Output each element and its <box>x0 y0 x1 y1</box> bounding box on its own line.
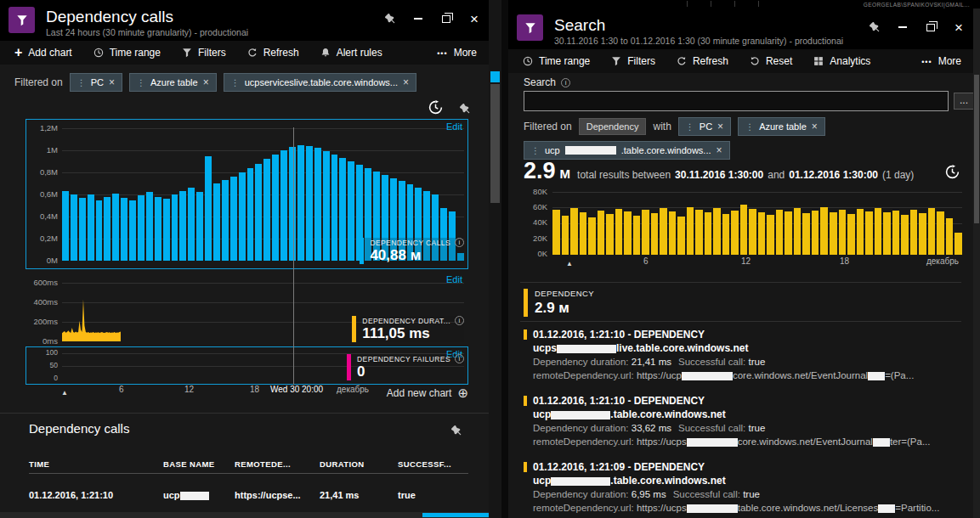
reset-button[interactable]: Reset <box>750 55 792 67</box>
filters-button[interactable]: Filters <box>611 55 655 67</box>
search-input[interactable] <box>524 91 949 111</box>
more-button[interactable]: More <box>437 47 477 59</box>
range-handle-icon[interactable] <box>61 387 68 397</box>
col-duration[interactable]: DURATION <box>320 459 398 469</box>
filter-chip-pc[interactable]: PC <box>70 73 122 92</box>
metric-value: 111,05 ms <box>362 325 464 342</box>
pin-grid-icon[interactable] <box>451 424 462 439</box>
result-item[interactable]: 01.12.2016, 1:21:10 - DEPENDENCY ucpsliv… <box>524 328 961 382</box>
chart-crosshair <box>293 127 294 385</box>
add-chart-button[interactable]: Add chart <box>14 46 72 59</box>
dependency-failures-chart[interactable]: Edit 100 50 0 DEPENDENCY FAILURES 0 <box>25 346 468 385</box>
event-color-bar <box>524 462 527 472</box>
close-icon[interactable] <box>467 11 482 26</box>
scrollbar-thumb[interactable] <box>974 75 979 223</box>
info-icon[interactable] <box>455 238 464 247</box>
horizontal-scrollbar[interactable] <box>0 512 489 518</box>
info-icon[interactable] <box>561 78 570 87</box>
info-icon[interactable] <box>455 316 464 325</box>
dependency-calls-blade: Dependency calls Last 24 hours (30 minut… <box>0 0 489 518</box>
info-icon[interactable] <box>455 354 464 363</box>
chip-label: Azure table <box>150 77 198 87</box>
account-name[interactable]: GEORGELAB\SPANIKOVSKI|GMAIL... <box>864 2 970 8</box>
dependency-calls-chart[interactable]: Edit 1,2M 1M 0,8M 0,6M 0,4M 0,2M 0M DEPE… <box>25 119 468 269</box>
result-title: 01.12.2016, 1:21:10 - DEPENDENCY <box>533 394 705 408</box>
result-item[interactable]: 01.12.2016, 1:21:09 - DEPENDENCY ucp.tab… <box>524 460 961 515</box>
pin-blade-icon[interactable] <box>382 11 398 26</box>
x-axis: 6 12 18 декабрь <box>524 256 962 270</box>
chip-label: Azure table <box>759 121 807 132</box>
cell-base-name: ucp <box>163 490 235 500</box>
plus-icon <box>14 46 22 59</box>
restore-icon[interactable] <box>923 20 938 35</box>
series-color-bar <box>360 238 364 264</box>
y-tick: 20K <box>524 234 547 243</box>
filter-chip-host[interactable]: ucpserviceslive.table.core.windows... <box>224 73 416 92</box>
time-history-icon[interactable] <box>428 100 443 118</box>
remove-filter-icon[interactable] <box>812 121 818 132</box>
y-tick: 0ms <box>26 336 58 346</box>
filter-chip-pc[interactable]: PC <box>678 117 731 136</box>
event-type-chip[interactable]: Dependency <box>579 118 647 135</box>
refresh-button[interactable]: Refresh <box>247 47 299 59</box>
y-tick: 100 <box>26 348 58 357</box>
remove-filter-icon[interactable] <box>109 76 115 88</box>
section-divider <box>0 413 489 414</box>
result-item[interactable]: 01.12.2016, 1:21:10 - DEPENDENCY ucp.tab… <box>524 394 961 448</box>
grip-icon <box>686 121 694 132</box>
scrollbar-thumb[interactable] <box>422 513 489 517</box>
restore-icon[interactable] <box>439 11 454 26</box>
dependency-duration-chart[interactable]: Edit 600ms 400ms 200ms 0ms DEPENDENCY DU… <box>25 272 468 345</box>
reset-icon <box>750 56 760 66</box>
search-options-button[interactable]: ... <box>954 93 973 110</box>
filter-chip-host[interactable]: ucp.table.core.windows... <box>524 141 730 160</box>
filter-chip-azure-table[interactable]: Azure table <box>738 117 825 136</box>
filtered-on-label: Filtered on <box>524 121 572 132</box>
remove-filter-icon[interactable] <box>717 121 723 132</box>
blade-scrollbar[interactable] <box>973 8 980 518</box>
add-new-chart-button[interactable]: Add new chart <box>387 386 468 400</box>
blade-scrollbar[interactable] <box>489 0 501 518</box>
filters-button[interactable]: Filters <box>182 47 226 59</box>
filter-bar-2: ucp.table.core.windows... <box>524 141 730 160</box>
pin-blade-icon[interactable] <box>867 20 882 35</box>
minimize-icon[interactable] <box>895 20 910 35</box>
reset-label: Reset <box>766 55 792 67</box>
remove-filter-icon[interactable] <box>203 76 209 88</box>
search-field-label: Search <box>524 76 570 88</box>
tab-divider <box>687 1 688 7</box>
section-divider <box>520 321 961 322</box>
more-button[interactable]: More <box>921 55 961 67</box>
time-range-label: Time range <box>110 47 161 59</box>
alert-rules-button[interactable]: Alert rules <box>320 47 382 59</box>
more-label: More <box>938 55 961 67</box>
x-tick: 12 <box>184 385 194 394</box>
table-row[interactable]: 01.12.2016, 1:21:10 ucp https://ucpse...… <box>29 481 468 510</box>
col-time[interactable]: TIME <box>29 459 163 469</box>
pin-chart-icon[interactable] <box>460 102 470 117</box>
edit-chart-link[interactable]: Edit <box>446 121 462 132</box>
redaction-box <box>873 438 890 447</box>
summary-and: and <box>768 169 785 181</box>
remove-filter-icon[interactable] <box>717 144 722 156</box>
col-base-name[interactable]: BASE NAME <box>163 459 235 469</box>
legend[interactable]: DEPENDENCY 2.9 м <box>524 289 594 317</box>
minimize-icon[interactable] <box>411 11 426 26</box>
redaction-box <box>180 492 209 500</box>
time-range-button[interactable]: Time range <box>93 47 161 59</box>
scrollbar-thumb[interactable] <box>490 84 500 203</box>
refresh-button[interactable]: Refresh <box>677 55 728 67</box>
range-handle-icon[interactable] <box>566 258 573 267</box>
time-range-button[interactable]: Time range <box>523 55 590 67</box>
col-remote[interactable]: REMOTEDE... <box>235 459 320 469</box>
time-history-icon[interactable] <box>945 165 960 183</box>
col-success[interactable]: SUCCESSF... <box>398 459 468 469</box>
edit-chart-link[interactable]: Edit <box>446 274 462 284</box>
remove-filter-icon[interactable] <box>403 76 409 88</box>
close-icon[interactable] <box>951 20 966 35</box>
x-tick: 12 <box>741 256 751 266</box>
analytics-button[interactable]: Analytics <box>813 55 870 67</box>
filter-chip-azure-table[interactable]: Azure table <box>129 73 217 92</box>
blade-header: Dependency calls Last 24 hours (30 minut… <box>0 0 489 41</box>
scrollbar-top-marker[interactable] <box>490 71 500 82</box>
